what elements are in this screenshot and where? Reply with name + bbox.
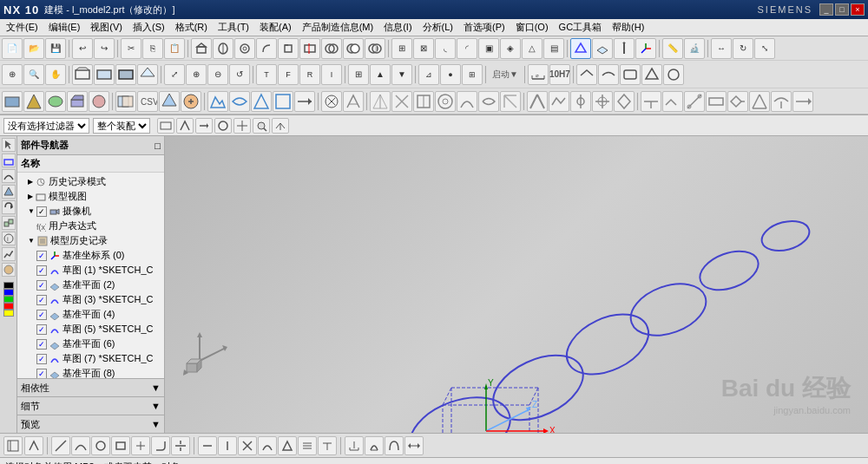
minimize-button[interactable]: _ (819, 3, 833, 16)
tb2-view-orient[interactable] (137, 64, 158, 85)
tree-check-camera[interactable]: ✓ (36, 206, 47, 217)
tb-draft[interactable]: △ (522, 38, 542, 59)
tb-redo[interactable]: ↪ (94, 38, 115, 59)
sidebar-panel-details-header[interactable]: 细节 ▼ (17, 397, 164, 415)
tree-item-sketch-1[interactable]: ✓ 草图 (1) *SKETCH_C (19, 263, 162, 278)
tb-extrude[interactable] (191, 38, 212, 59)
tb-thicken[interactable]: ▤ (543, 38, 564, 59)
tb3-h4[interactable] (706, 91, 727, 112)
tb2-more3[interactable] (620, 64, 641, 85)
btb-dim-2[interactable] (365, 436, 384, 455)
sidebar-collapse-icon[interactable]: □ (155, 141, 161, 151)
btb-constraint-1[interactable] (198, 436, 217, 455)
tree-check-sketch-5[interactable]: ✓ (36, 324, 47, 335)
tb3-e2[interactable] (343, 91, 364, 112)
tree-check-plane-6[interactable]: ✓ (36, 339, 47, 350)
tb2-more2[interactable] (598, 64, 619, 85)
viewport[interactable]: Y Z X (165, 136, 868, 433)
menu-info[interactable]: 信息(I) (379, 20, 416, 35)
tb-cut[interactable]: ✂ (121, 38, 141, 59)
lt-info[interactable]: i (2, 232, 16, 245)
assembly-filter-dropdown[interactable]: 整个装配 (93, 118, 150, 134)
tb-datum-axis[interactable] (614, 38, 635, 59)
tree-item-plane-2[interactable]: ✓ 基准平面 (2) (19, 278, 162, 292)
lt-sync[interactable] (2, 200, 16, 214)
tb3-f3[interactable] (413, 91, 434, 112)
btb-rect[interactable] (111, 436, 130, 455)
btb-constraint-3[interactable] (238, 436, 257, 455)
tb-face-blend[interactable]: ◜ (457, 38, 477, 59)
tb-scale[interactable]: ⤡ (754, 38, 775, 59)
tree-item-modelhistory[interactable]: ▼ 模型历史记录 (19, 233, 162, 248)
tb3-f4[interactable] (435, 91, 456, 112)
menu-help[interactable]: 帮助(H) (608, 20, 648, 35)
tb-rotate-obj[interactable]: ↻ (733, 38, 753, 59)
btb-dim-4[interactable] (404, 436, 424, 455)
btb-constraint-5[interactable] (278, 436, 297, 455)
filter-btn-5[interactable] (233, 118, 251, 134)
tb3-g3[interactable] (570, 91, 591, 112)
tb2-filter-up[interactable]: ▲ (370, 64, 391, 85)
tree-check-sketch-3[interactable]: ✓ (36, 295, 47, 305)
color-blue[interactable] (3, 289, 14, 296)
btb-dim-3[interactable] (385, 436, 404, 455)
tree-item-plane-6[interactable]: ✓ 基准平面 (6) (19, 337, 162, 351)
tb3-g5[interactable] (614, 91, 635, 112)
tb-open[interactable]: 📂 (23, 38, 44, 59)
filter-btn-3[interactable] (195, 118, 213, 134)
color-black[interactable] (3, 282, 14, 289)
btb-constraint-2[interactable] (218, 436, 237, 455)
filter-btn-7[interactable] (272, 118, 289, 134)
tb-save[interactable]: 💾 (45, 38, 66, 59)
btb-trim[interactable] (171, 436, 190, 455)
filter-btn-1[interactable] (157, 118, 174, 134)
tb3-d4[interactable] (273, 91, 293, 112)
tb3-f2[interactable] (391, 91, 412, 112)
menu-gctoolbox[interactable]: GC工具箱 (555, 20, 607, 35)
menu-insert[interactable]: 插入(S) (128, 20, 169, 35)
menu-view[interactable]: 视图(V) (86, 20, 127, 35)
tb3-h3[interactable] (684, 91, 705, 112)
tb3-d5[interactable] (294, 91, 315, 112)
tree-item-sketch-5[interactable]: ✓ 草图 (5) *SKETCH_C (19, 322, 162, 337)
tb2-grid[interactable]: ⊞ (462, 64, 483, 85)
tb2-front[interactable]: F (278, 64, 299, 85)
tb2-zoom[interactable]: 🔍 (23, 64, 44, 85)
filter-btn-2[interactable] (176, 118, 194, 134)
tb3-h2[interactable] (662, 91, 683, 112)
tree-check-plane-8[interactable]: ✓ (36, 369, 47, 379)
lt-curve[interactable] (2, 169, 16, 183)
tb3-d2[interactable] (229, 91, 250, 112)
tree-item-plane-8[interactable]: ✓ 基准平面 (8) (19, 366, 162, 378)
btb-fillet[interactable] (151, 436, 170, 455)
color-green[interactable] (3, 296, 14, 303)
btb-constraint-7[interactable] (318, 436, 337, 455)
tb-offset[interactable]: ◈ (500, 38, 521, 59)
tb2-fit[interactable]: ⤢ (164, 64, 185, 85)
tb-subtract[interactable] (343, 38, 364, 59)
tb2-more1[interactable] (576, 64, 597, 85)
tb3-b5[interactable] (89, 91, 109, 112)
tb2-filter-dn[interactable]: ▼ (391, 64, 412, 85)
lt-feature[interactable] (2, 185, 16, 199)
lt-select[interactable] (2, 138, 16, 152)
close-button[interactable]: × (851, 3, 865, 16)
lt-assembly[interactable] (2, 216, 16, 230)
tb3-f5[interactable] (457, 91, 477, 112)
tb3-c4[interactable] (181, 91, 201, 112)
tb2-rotate-view[interactable]: ↺ (229, 64, 250, 85)
tb-chamfer[interactable] (278, 38, 299, 59)
tb3-h7[interactable] (771, 91, 792, 112)
tb2-pan[interactable]: ✋ (45, 64, 66, 85)
tb-measure[interactable]: 📏 (662, 38, 683, 59)
tb3-g4[interactable] (592, 91, 613, 112)
btb-btn-2[interactable] (24, 436, 43, 455)
tree-check-plane-2[interactable]: ✓ (36, 280, 47, 291)
tb2-right[interactable]: R (299, 64, 320, 85)
selection-filter-dropdown[interactable]: 没有选择过滤器 (3, 118, 89, 134)
tb2-dim[interactable]: ⊿ (418, 64, 439, 85)
tb2-tolerances[interactable]: 10H7 (549, 64, 570, 85)
tb-datum-plane[interactable] (592, 38, 613, 59)
tb-edge-blend[interactable]: ◟ (435, 38, 456, 59)
menu-preferences[interactable]: 首选项(P) (459, 20, 510, 35)
